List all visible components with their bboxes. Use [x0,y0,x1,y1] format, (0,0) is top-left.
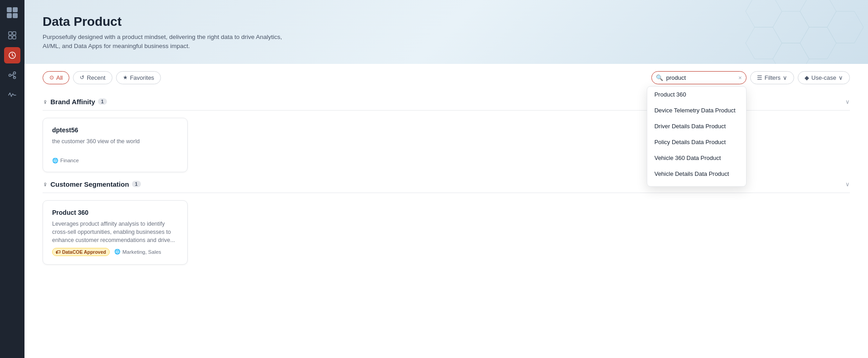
search-wrapper: 🔍 × Product 360Device Telemetry Data Pro… [651,71,747,84]
dropdown-list: Product 360Device Telemetry Data Product… [647,87,746,186]
card-tag: 🌐 Finance [52,158,79,164]
recent-filter-button[interactable]: ↺ Recent [73,71,112,84]
section-toggle-icon: ∨ [845,98,850,105]
search-input[interactable] [651,71,747,84]
svg-marker-15 [827,11,863,43]
section-title: ♀ Customer Segmentation 1 [43,180,141,188]
sidebar-item-workflow[interactable] [4,67,20,83]
all-filter-button[interactable]: ⊙ All [43,71,69,84]
card-title: Product 360 [52,209,178,216]
search-clear-button[interactable]: × [738,74,742,81]
svg-marker-12 [746,0,782,27]
main-content: Data Product Purposefully designed with … [24,0,868,358]
content-area: ⊙ All ↺ Recent ★ Favorites 🔍 × [24,64,868,358]
svg-marker-17 [773,43,809,63]
recent-icon: ↺ [80,74,84,81]
usecase-icon: ◆ [805,74,809,81]
svg-marker-18 [800,27,836,59]
svg-rect-4 [9,32,12,35]
svg-point-11 [14,77,16,79]
svg-rect-6 [9,36,12,39]
hero-section: Data Product Purposefully designed with … [24,0,868,64]
tag-globe-icon: 🌐 [52,158,58,164]
dropdown-item[interactable]: Policy Details Data Product [647,134,746,150]
svg-rect-0 [7,7,12,12]
dropdown-item[interactable]: Vehicle 360 Data Product [647,150,746,166]
svg-rect-2 [7,13,12,18]
tag-globe-icon: 🌐 [114,249,121,255]
dropdown-item[interactable]: Vehicle Details Data Product [647,166,746,182]
app-logo [5,5,19,20]
usecase-button[interactable]: ◆ Use-case ∨ [798,71,850,84]
section-badge: 1 [132,181,141,187]
section-icon: ♀ [43,98,48,106]
section-title-text: Brand Affinity [50,98,95,106]
svg-rect-5 [13,32,16,35]
cards-grid-customer-segmentation: Product 360 Leverages product affinity a… [43,200,850,265]
filters-button[interactable]: ☰ Filters ∨ [750,71,794,84]
section-toggle-icon: ∨ [845,181,850,188]
usecase-chevron-icon: ∨ [839,74,843,81]
filter-icon: ☰ [757,74,762,81]
dropdown-item[interactable]: Driver Details Data Product [647,118,746,134]
card-product-360: Product 360 Leverages product affinity a… [43,200,188,265]
tag-label: Finance [60,158,79,163]
search-dropdown: Product 360Device Telemetry Data Product… [647,86,747,187]
section-icon: ♀ [43,180,48,188]
filters-chevron-icon: ∨ [783,74,787,81]
svg-rect-1 [13,7,18,12]
sidebar-item-grid[interactable] [4,27,20,44]
section-badge: 1 [98,98,107,105]
sidebar [0,0,24,358]
filter-bar: ⊙ All ↺ Recent ★ Favorites 🔍 × [43,64,850,90]
svg-marker-14 [800,0,836,27]
card-dptest56: dptest56 the customer 360 view of the wo… [43,118,188,172]
card-tags: 🌐 Finance [52,158,178,164]
hero-bg-pattern [723,0,868,64]
svg-marker-13 [773,11,809,43]
card-tag: 🌐 Marketing, Sales [114,249,161,255]
svg-marker-16 [746,27,782,59]
svg-rect-7 [13,36,16,39]
card-description: Leverages product affinity analysis to i… [52,220,178,244]
section-customer-segmentation: ♀ Customer Segmentation 1 ∨ Product 360 … [43,176,850,265]
sidebar-item-data-product[interactable] [4,47,20,63]
favorites-filter-button[interactable]: ★ Favorites [116,71,161,84]
sidebar-item-activity[interactable] [4,87,20,103]
card-description: the customer 360 view of the world [52,137,178,154]
dropdown-item[interactable]: Device Telemetry Data Product [647,102,746,118]
section-title: ♀ Brand Affinity 1 [43,98,107,106]
section-title-text: Customer Segmentation [50,180,129,188]
page-description: Purposefully designed with a product min… [43,33,296,51]
card-tags: 🏷 DataCOE Approved 🌐 Marketing, Sales [52,248,178,256]
filter-right: 🔍 × Product 360Device Telemetry Data Pro… [651,71,850,84]
card-title: dptest56 [52,126,178,134]
tag-label: Marketing, Sales [122,249,161,255]
svg-point-10 [14,72,16,74]
datacoe-badge: 🏷 DataCOE Approved [52,248,110,256]
svg-rect-3 [13,13,18,18]
all-icon: ⊙ [49,74,54,81]
dropdown-item[interactable]: Vehicle Symbol Data Product [647,182,746,186]
dropdown-item[interactable]: Product 360 [647,87,746,102]
card-tag: 🏷 DataCOE Approved [52,248,110,256]
favorites-icon: ★ [123,74,128,81]
